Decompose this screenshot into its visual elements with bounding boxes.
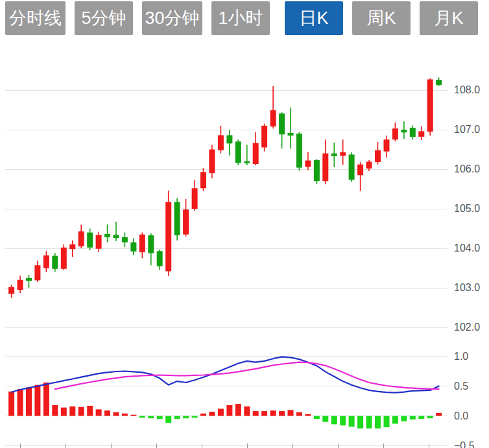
- macd-histogram-bar: [218, 409, 224, 416]
- macd-axis-label: 0.5: [454, 381, 468, 392]
- macd-histogram-bar: [18, 389, 23, 416]
- candle-body: [104, 234, 110, 237]
- macd-histogram-bar: [392, 416, 398, 424]
- macd-histogram-bar: [157, 416, 163, 419]
- candle-body: [34, 265, 40, 280]
- candle-body: [148, 235, 154, 253]
- macd-histogram-bar: [78, 407, 84, 416]
- macd-histogram-bar: [244, 407, 250, 416]
- candle-body: [174, 202, 180, 235]
- macd-histogram-bar: [87, 406, 93, 416]
- macd-histogram-bar: [279, 411, 285, 416]
- candle-body: [384, 139, 390, 151]
- candle-body: [436, 80, 442, 85]
- macd-histogram-bar: [43, 383, 49, 416]
- candle-body: [305, 161, 311, 167]
- macd-histogram-bar: [314, 416, 320, 419]
- macd-histogram-bar: [148, 416, 154, 419]
- candle-body: [8, 287, 14, 294]
- candle-body: [322, 154, 328, 182]
- candle-body: [410, 128, 416, 137]
- dif-line: [12, 357, 439, 392]
- candle-body: [87, 233, 93, 248]
- macd-histogram-bar: [26, 387, 32, 416]
- candle-body: [357, 165, 363, 176]
- macd-histogram-bar: [113, 412, 119, 416]
- candle-body: [61, 248, 67, 269]
- macd-histogram-bar: [349, 416, 355, 427]
- candle-body: [18, 280, 23, 290]
- macd-histogram-bar: [130, 415, 136, 416]
- macd-histogram-bar: [8, 392, 14, 416]
- candle-body: [183, 209, 189, 234]
- candle-body: [52, 256, 58, 269]
- macd-histogram-bar: [122, 414, 128, 416]
- candle-body: [157, 251, 163, 266]
- price-axis-label: 108.0: [454, 84, 480, 96]
- macd-histogram-bar: [192, 416, 198, 418]
- candle-body: [340, 152, 346, 156]
- candle-body: [392, 128, 398, 139]
- price-axis-label: 105.0: [454, 203, 480, 215]
- candle-body: [296, 134, 302, 168]
- macd-axis-label: 0.0: [454, 410, 468, 422]
- dea-line: [55, 362, 439, 389]
- candle-body: [43, 255, 49, 268]
- macd-histogram-bar: [253, 411, 259, 416]
- macd-histogram-bar: [375, 416, 381, 429]
- macd-histogram-bar: [322, 416, 328, 422]
- price-axis-label: 103.0: [454, 282, 480, 294]
- macd-histogram-bar: [305, 414, 311, 416]
- chart-svg: [0, 0, 489, 448]
- candle-body: [244, 161, 250, 163]
- candle-body: [218, 136, 224, 150]
- price-axis-label: 104.0: [454, 242, 480, 254]
- macd-axis-label: −0.5: [454, 440, 475, 448]
- candle-body: [427, 80, 433, 132]
- macd-histogram-bar: [235, 404, 241, 416]
- macd-histogram-bar: [401, 416, 407, 421]
- price-axis-label: 102.0: [454, 322, 480, 333]
- candle-body: [209, 150, 215, 174]
- candle-body: [192, 188, 198, 209]
- candle-body: [279, 113, 285, 134]
- candle-body: [261, 126, 267, 148]
- macd-histogram-bar: [331, 416, 337, 425]
- candle-body: [226, 136, 232, 144]
- macd-histogram-bar: [104, 410, 110, 416]
- macd-histogram-bar: [410, 416, 416, 420]
- macd-histogram-bar: [340, 416, 346, 426]
- macd-histogram-bar: [200, 414, 206, 416]
- candle-body: [200, 172, 206, 188]
- macd-histogram-bar: [384, 416, 390, 428]
- candle-body: [288, 133, 294, 136]
- macd-histogram-bar: [174, 416, 180, 419]
- macd-axis-label: 1.0: [454, 351, 468, 362]
- macd-histogram-bar: [261, 411, 267, 416]
- candle-body: [253, 143, 259, 164]
- candle-body: [96, 235, 102, 248]
- candle-body: [26, 278, 32, 281]
- candle-body: [375, 150, 381, 162]
- candle-body: [349, 154, 355, 180]
- macd-histogram-bar: [69, 407, 75, 416]
- candle-body: [78, 231, 84, 246]
- macd-histogram-bar: [357, 416, 363, 429]
- macd-histogram-bar: [436, 413, 442, 416]
- macd-histogram-bar: [418, 416, 424, 419]
- macd-histogram-bar: [61, 408, 67, 416]
- macd-histogram-bar: [183, 416, 189, 419]
- macd-histogram-bar: [209, 412, 215, 416]
- candle-body: [314, 160, 320, 181]
- candle-body: [139, 235, 145, 252]
- macd-histogram-bar: [288, 410, 294, 416]
- price-axis-label: 107.0: [454, 124, 480, 136]
- candle-body: [270, 110, 276, 126]
- candle-body: [331, 154, 337, 156]
- kline-chart[interactable]: 108.0 107.0 106.0 105.0 104.0 103.0 102.…: [0, 0, 489, 448]
- macd-histogram-bar: [226, 405, 232, 416]
- macd-histogram-bar: [139, 416, 145, 418]
- candle-body: [165, 202, 171, 272]
- macd-histogram-bar: [427, 416, 433, 419]
- macd-histogram-bar: [165, 416, 171, 423]
